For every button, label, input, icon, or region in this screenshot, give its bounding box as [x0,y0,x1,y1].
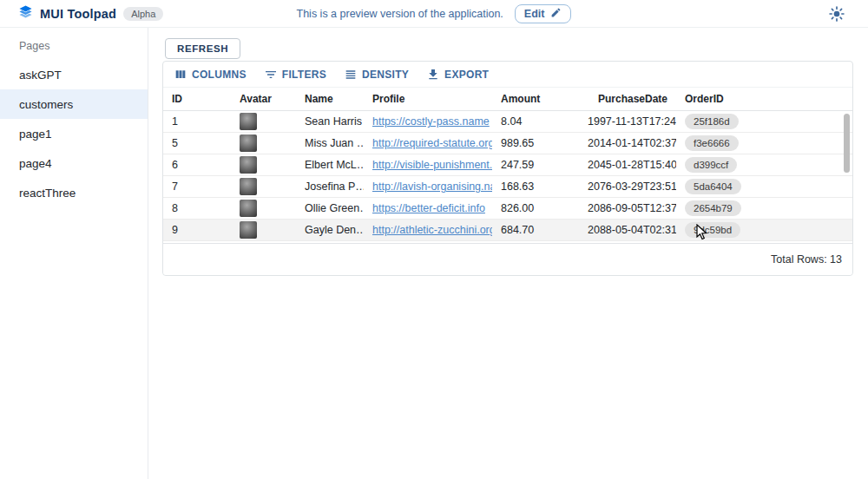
cell-name: Ollie Green… [296,202,364,214]
sidebar: Pages askGPT customers page1 page4 react… [0,28,148,479]
cell-order-id: d399ccf [676,157,852,173]
sidebar-nav-item-label: page1 [19,128,52,141]
table-row[interactable]: 8 Ollie Green… https://better-deficit.in… [163,198,852,220]
column-header[interactable]: Name [296,93,364,105]
order-id-chip: 25f186d [685,114,739,129]
grid-footer: Total Rows: 13 [163,243,852,275]
table-row[interactable]: 5 Miss Juan … http://required-statute.or… [163,133,852,154]
sidebar-nav-item-label: askGPT [19,69,62,82]
density-lines-icon [344,68,358,82]
brand: MUI Toolpad Alpha [0,4,163,23]
cell-avatar [231,156,296,174]
order-id-chip: f3e6666 [685,135,739,151]
filters-button[interactable]: FILTERS [258,64,332,85]
profile-link[interactable]: http://lavish-organising.name [372,180,492,193]
sidebar-nav-item-label: reactThree [19,187,76,200]
toolpad-logo-icon [18,4,33,23]
cell-amount: 826.00 [492,202,579,214]
view-column-icon [174,68,187,82]
cell-amount: 989.65 [492,137,579,149]
profile-link[interactable]: http://required-statute.org [372,137,492,149]
column-header[interactable]: PurchaseDate [579,93,676,105]
theme-toggle-sun-icon[interactable] [828,5,845,23]
cell-amount: 168.63 [492,180,579,193]
table-row[interactable]: 1 Sean Harris https://costly-pass.name 8… [163,111,852,133]
cell-avatar [231,200,296,217]
sidebar-nav-item[interactable]: page1 [0,119,148,148]
column-header[interactable]: OrderID [676,93,852,105]
cell-id: 9 [163,224,231,236]
data-grid-panel: COLUMNS FILTERS DENSITY EXPORT ID Avatar [162,61,853,276]
cell-profile: https://better-deficit.info [364,202,492,214]
filters-button-label: FILTERS [282,69,326,81]
sidebar-nav-item[interactable]: customers [0,89,148,119]
sidebar-nav-item[interactable]: reactThree [0,178,148,207]
column-header[interactable]: Profile [364,93,492,105]
total-rows-label: Total Rows: 13 [771,253,842,266]
sidebar-nav-item-label: customers [19,98,73,111]
cell-amount: 247.59 [492,159,579,171]
order-id-chip: d399ccf [685,157,737,173]
cell-id: 8 [163,202,231,214]
edit-button[interactable]: Edit [515,4,572,23]
cell-order-id: 25f186d [676,114,852,129]
table-row[interactable]: 6 Elbert McL… http://visible-punishment.… [163,154,852,176]
cell-purchase-date: 2086-09-05T12:37:27.015Z [579,202,676,214]
cell-id: 1 [163,115,231,128]
refresh-button[interactable]: REFRESH [165,38,240,59]
cell-profile: http://lavish-organising.name [364,180,492,193]
cell-purchase-date: 2045-01-28T15:40:06.325Z [579,159,676,171]
density-button[interactable]: DENSITY [338,64,415,85]
app-title: MUI Toolpad [40,7,116,21]
sidebar-nav-item[interactable]: page4 [0,148,148,178]
cell-purchase-date: 2014-01-14T02:37:28.536Z [579,137,676,149]
cell-id: 5 [163,137,231,149]
preview-text: This is a preview version of the applica… [297,8,503,20]
cell-order-id: 5da6404 [676,179,852,194]
download-icon [426,68,440,82]
avatar [240,113,257,130]
cell-name: Elbert McL… [296,159,364,171]
profile-link[interactable]: http://athletic-zucchini.org [372,224,492,236]
avatar [240,135,257,152]
cell-id: 7 [163,180,231,193]
filter-list-icon [264,68,278,82]
export-button-label: EXPORT [444,69,489,81]
profile-link[interactable]: https://better-deficit.info [372,202,485,214]
cell-name: Gayle Den… [296,224,364,236]
cell-profile: https://costly-pass.name [364,115,492,128]
cell-avatar [231,135,296,152]
cell-name: Josefina P… [296,180,364,193]
avatar [240,221,257,239]
vertical-scrollbar-thumb[interactable] [844,114,850,173]
profile-link[interactable]: http://visible-punishment.net [372,159,492,171]
cell-id: 6 [163,159,231,171]
export-button[interactable]: EXPORT [420,64,495,85]
order-id-chip: 2654b79 [685,200,741,216]
cell-profile: http://required-statute.org [364,137,492,149]
columns-button[interactable]: COLUMNS [168,64,253,85]
cell-name: Sean Harris [296,115,364,128]
cell-profile: http://athletic-zucchini.org [364,224,492,236]
sidebar-nav-item[interactable]: askGPT [0,60,148,89]
grid-header-row: ID Avatar Name Profile Amount PurchaseDa… [163,88,852,111]
cell-purchase-date: 2076-03-29T23:51:07.968Z [579,180,676,193]
column-header[interactable]: Amount [492,93,579,105]
cell-order-id: 2654b79 [676,200,852,216]
sidebar-section-label: Pages [0,28,148,60]
cell-order-id: 9dc59bd [676,222,852,238]
column-header[interactable]: ID [163,93,231,105]
profile-link[interactable]: https://costly-pass.name [372,115,490,128]
density-button-label: DENSITY [362,69,409,81]
table-row[interactable]: 9 Gayle Den… http://athletic-zucchini.or… [163,220,852,241]
cell-avatar [231,178,296,195]
cell-purchase-date: 2088-05-04T02:31:03.294Z [579,224,676,236]
sidebar-nav-item-label: page4 [19,157,52,170]
avatar [240,178,257,195]
sidebar-nav-list: askGPT customers page1 page4 reactThree [0,60,148,207]
cell-purchase-date: 1997-11-13T17:24:11.769Z [579,115,676,128]
data-grid-toolbar: COLUMNS FILTERS DENSITY EXPORT [163,62,852,88]
table-row[interactable]: 7 Josefina P… http://lavish-organising.n… [163,176,852,198]
grid-rows: 1 Sean Harris https://costly-pass.name 8… [163,111,852,241]
column-header[interactable]: Avatar [231,93,296,105]
